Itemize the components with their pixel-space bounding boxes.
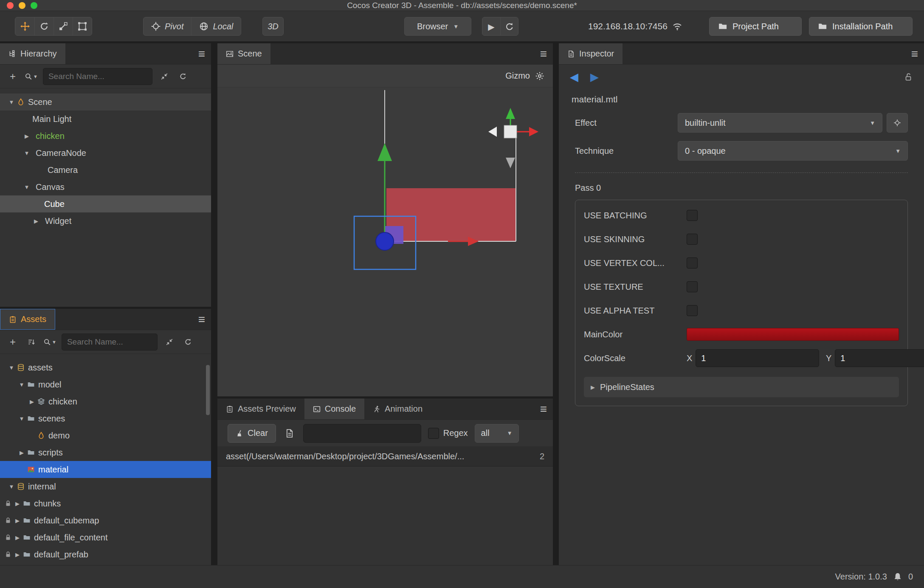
hierarchy-menu-button[interactable]: ≡ xyxy=(198,43,205,64)
tab-assets-preview[interactable]: Assets Preview xyxy=(217,399,304,419)
search-type-button[interactable]: ▼ xyxy=(25,73,38,80)
search-type-button[interactable]: ▼ xyxy=(43,338,56,346)
asset-node-demo[interactable]: demo xyxy=(0,427,211,444)
chevron-right-icon[interactable]: ▶ xyxy=(12,517,23,524)
use-skinning-checkbox[interactable] xyxy=(687,234,698,245)
maincolor-swatch[interactable] xyxy=(687,328,899,341)
chevron-right-icon[interactable]: ▶ xyxy=(16,449,27,456)
asset-node-scenes[interactable]: ▼ scenes xyxy=(0,410,211,427)
gear-icon[interactable] xyxy=(535,71,544,81)
browser-dropdown[interactable]: Browser ▼ xyxy=(404,17,471,36)
chevron-down-icon[interactable]: ▼ xyxy=(21,150,32,156)
local-toggle[interactable]: Local xyxy=(191,17,241,36)
lock-inspector-button[interactable] xyxy=(904,72,913,82)
assets-menu-button[interactable]: ≡ xyxy=(198,309,205,330)
technique-dropdown[interactable]: 0 - opaque ▼ xyxy=(678,141,908,161)
asset-node-assets[interactable]: ▼ assets xyxy=(0,359,211,376)
tab-scene[interactable]: Scene xyxy=(217,43,270,64)
assets-scrollbar[interactable] xyxy=(206,365,210,415)
chevron-down-icon[interactable]: ▼ xyxy=(6,483,17,490)
asset-node-material[interactable]: material xyxy=(0,461,211,478)
asset-node-default-prefab[interactable]: ▶ default_prefab xyxy=(0,546,211,563)
console-panel: Assets Preview Console Animation ≡ Clear… xyxy=(217,399,553,565)
scene-menu-button[interactable]: ≡ xyxy=(540,43,547,64)
add-asset-button[interactable]: + xyxy=(6,335,20,349)
node-label: CameraNode xyxy=(36,148,86,158)
tree-node-camera[interactable]: Camera xyxy=(0,161,211,178)
asset-node-scripts[interactable]: ▶ scripts xyxy=(0,444,211,461)
tree-node-canvas[interactable]: ▼ Canvas xyxy=(0,178,211,195)
collapse-all-button[interactable] xyxy=(163,335,176,349)
refresh-hierarchy-button[interactable] xyxy=(176,69,190,84)
tab-inspector[interactable]: Inspector xyxy=(559,43,623,64)
collapse-all-button[interactable] xyxy=(158,69,171,84)
asset-node-chicken[interactable]: ▶ chicken xyxy=(0,393,211,410)
asset-node-chunks[interactable]: ▶ chunks xyxy=(0,495,211,512)
axis-y-input[interactable] xyxy=(835,349,924,367)
regex-toggle[interactable]: Regex xyxy=(428,428,468,439)
chevron-down-icon[interactable]: ▼ xyxy=(21,184,32,190)
3d-mode-button[interactable]: 3D xyxy=(262,17,284,36)
tree-node-widget[interactable]: ▶ Widget xyxy=(0,212,211,229)
rect-tool-button[interactable] xyxy=(73,17,92,36)
tree-node-chicken[interactable]: ▶ chicken xyxy=(0,127,211,144)
chevron-down-icon[interactable]: ▼ xyxy=(6,99,17,105)
tab-console[interactable]: Console xyxy=(304,399,364,419)
rotate-tool-button[interactable] xyxy=(34,17,54,36)
use-batching-checkbox[interactable] xyxy=(687,210,698,221)
back-button[interactable]: ◀ xyxy=(570,71,578,84)
asset-node-model[interactable]: ▼ model xyxy=(0,376,211,393)
move-tool-button[interactable] xyxy=(15,17,34,36)
export-log-button[interactable] xyxy=(283,426,296,441)
chevron-down-icon[interactable]: ▼ xyxy=(16,382,27,388)
sort-assets-button[interactable] xyxy=(25,335,38,349)
axis-x-input[interactable] xyxy=(696,349,819,367)
console-toolbar: Clear Regex all ▼ xyxy=(217,420,553,447)
play-button[interactable]: ▶ xyxy=(482,17,500,36)
chevron-right-icon[interactable]: ▶ xyxy=(12,500,23,507)
effect-dropdown[interactable]: builtin-unlit ▼ xyxy=(678,113,882,133)
chevron-right-icon[interactable]: ▶ xyxy=(26,399,37,405)
log-level-dropdown[interactable]: all ▼ xyxy=(475,424,519,443)
chevron-right-icon[interactable]: ▶ xyxy=(12,551,23,558)
use-vertex-color-checkbox[interactable] xyxy=(687,257,698,269)
chevron-down-icon[interactable]: ▼ xyxy=(6,365,17,371)
installation-path-button[interactable]: Installation Path xyxy=(809,17,913,36)
chevron-right-icon[interactable]: ▶ xyxy=(12,534,23,541)
regex-checkbox[interactable] xyxy=(428,428,439,439)
log-entry[interactable]: asset(/Users/waterman/Desktop/project/3D… xyxy=(217,447,553,466)
tree-node-cameranode[interactable]: ▼ CameraNode xyxy=(0,144,211,161)
add-node-button[interactable]: + xyxy=(6,69,20,84)
scene-viewport[interactable] xyxy=(217,88,553,396)
use-texture-checkbox[interactable] xyxy=(687,281,698,292)
asset-node-default-cubemap[interactable]: ▶ default_cubemap xyxy=(0,512,211,529)
tree-node-scene[interactable]: ▼ Scene xyxy=(0,93,211,110)
inspector-menu-button[interactable]: ≡ xyxy=(911,43,918,64)
console-filter-input[interactable] xyxy=(303,424,421,443)
asset-node-internal[interactable]: ▼ internal xyxy=(0,478,211,495)
pivot-toggle[interactable]: Pivot xyxy=(144,17,191,36)
forward-button[interactable]: ▶ xyxy=(590,71,599,84)
tree-node-main-light[interactable]: Main Light xyxy=(0,110,211,127)
chevron-right-icon[interactable]: ▶ xyxy=(31,218,42,224)
project-path-button[interactable]: Project Path xyxy=(709,17,802,36)
hierarchy-search-input[interactable] xyxy=(43,68,152,85)
tree-node-cube[interactable]: Cube xyxy=(0,195,211,212)
chevron-right-icon[interactable]: ▶ xyxy=(21,133,32,139)
asset-node-default-file-content[interactable]: ▶ default_file_content xyxy=(0,529,211,546)
pipeline-states-header[interactable]: ▶ PipelineStates xyxy=(584,377,899,397)
tab-assets[interactable]: Assets xyxy=(0,309,55,330)
clear-console-button[interactable]: Clear xyxy=(228,424,276,443)
console-menu-button[interactable]: ≡ xyxy=(540,399,547,419)
reload-button[interactable] xyxy=(500,17,518,36)
tab-animation[interactable]: Animation xyxy=(364,399,431,419)
assets-search-input[interactable] xyxy=(62,334,158,351)
locate-effect-button[interactable] xyxy=(887,113,908,133)
log-message: asset(/Users/waterman/Desktop/project/3D… xyxy=(226,452,533,461)
use-alpha-test-checkbox[interactable] xyxy=(687,305,698,316)
refresh-assets-button[interactable] xyxy=(181,335,195,349)
scale-tool-button[interactable] xyxy=(54,17,73,36)
tab-hierarchy[interactable]: Hierarchy xyxy=(0,43,65,64)
bell-icon[interactable] xyxy=(893,572,902,582)
chevron-down-icon[interactable]: ▼ xyxy=(16,416,27,422)
